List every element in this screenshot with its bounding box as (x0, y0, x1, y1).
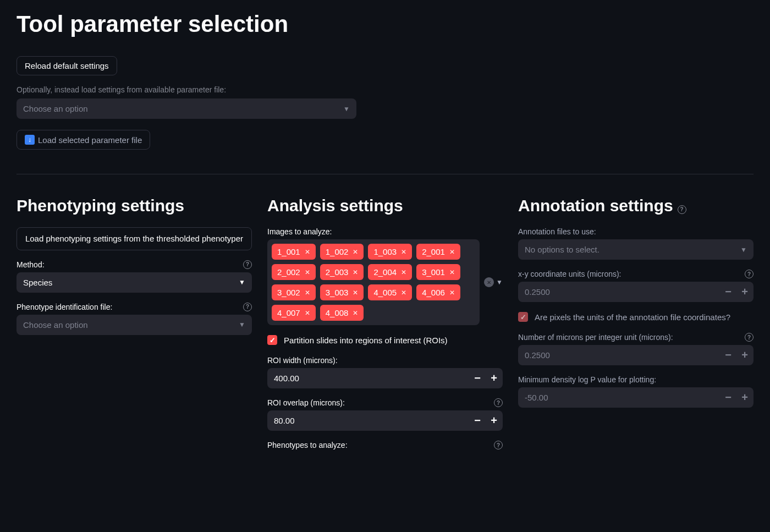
decrement-button[interactable]: − (723, 392, 734, 403)
analysis-heading: Analysis settings (267, 196, 403, 215)
load-parameter-file-button[interactable]: ↓ Load selected parameter file (16, 130, 150, 150)
help-icon[interactable]: ? (678, 205, 686, 214)
remove-tag-icon[interactable]: ✕ (305, 248, 310, 256)
image-tag-label: 2_001 (422, 247, 445, 256)
help-icon[interactable]: ? (494, 441, 503, 449)
image-tag[interactable]: 4_007✕ (272, 305, 316, 321)
help-icon[interactable]: ? (243, 303, 252, 311)
image-tag-label: 2_003 (326, 267, 349, 277)
image-tag[interactable]: 4_008✕ (320, 305, 364, 321)
image-tag[interactable]: 1_002✕ (320, 244, 364, 260)
load-phenotyping-button[interactable]: Load phenotyping settings from the thres… (16, 227, 252, 250)
roi-overlap-input[interactable]: 80.00 (267, 410, 503, 431)
image-tag-label: 4_006 (422, 288, 445, 297)
chevron-down-icon: ▼ (239, 278, 245, 286)
remove-tag-icon[interactable]: ✕ (449, 289, 455, 297)
image-tag[interactable]: 1_001✕ (272, 244, 316, 260)
load-settings-helper: Optionally, instead load settings from a… (16, 85, 754, 94)
decrement-button[interactable]: − (723, 287, 734, 298)
clear-all-icon[interactable]: ✕ (484, 277, 494, 287)
remove-tag-icon[interactable]: ✕ (401, 268, 406, 276)
decrement-button[interactable]: − (472, 373, 483, 384)
remove-tag-icon[interactable]: ✕ (353, 289, 358, 297)
annotation-files-label: Annotation files to use: (518, 227, 596, 236)
reload-default-label: Reload default settings (25, 61, 109, 70)
partition-label: Partition slides into regions of interes… (284, 335, 448, 346)
remove-tag-icon[interactable]: ✕ (305, 289, 310, 297)
remove-tag-icon[interactable]: ✕ (305, 268, 310, 276)
image-tag[interactable]: 4_006✕ (416, 284, 460, 300)
partition-checkbox[interactable]: ✓ (267, 335, 277, 345)
remove-tag-icon[interactable]: ✕ (353, 309, 358, 317)
image-tag-label: 3_002 (277, 288, 300, 297)
image-tag-label: 4_007 (277, 308, 300, 317)
image-tag[interactable]: 4_005✕ (368, 284, 412, 300)
chevron-down-icon: ▼ (740, 246, 747, 254)
image-tag[interactable]: 2_002✕ (272, 264, 316, 280)
min-density-label: Minimum density log P value for plotting… (518, 375, 656, 384)
page-title: Tool parameter selection (16, 11, 754, 37)
parameter-file-select[interactable]: Choose an option ▼ (16, 98, 356, 119)
image-tag[interactable]: 3_002✕ (272, 284, 316, 300)
load-phenotyping-label: Load phenotyping settings from the thres… (25, 233, 243, 244)
section-divider (16, 174, 754, 174)
load-parameter-file-label: Load selected parameter file (38, 135, 142, 145)
remove-tag-icon[interactable]: ✕ (449, 248, 455, 256)
increment-button[interactable]: + (739, 350, 750, 361)
remove-tag-icon[interactable]: ✕ (353, 268, 358, 276)
increment-button[interactable]: + (739, 392, 750, 403)
remove-tag-icon[interactable]: ✕ (401, 248, 406, 256)
roi-overlap-label: ROI overlap (microns): (267, 398, 345, 407)
xy-units-input[interactable]: 0.2500 (518, 282, 754, 302)
annotation-column: Annotation settings ? Annotation files t… (518, 196, 754, 459)
chevron-down-icon: ▼ (239, 321, 245, 328)
remove-tag-icon[interactable]: ✕ (305, 309, 310, 317)
image-tag[interactable]: 2_003✕ (320, 264, 364, 280)
roi-width-input[interactable]: 400.00 (267, 368, 503, 388)
annotation-heading: Annotation settings (518, 196, 673, 215)
image-tag-label: 3_001 (422, 267, 445, 277)
roi-overlap-value: 80.00 (274, 416, 295, 425)
decrement-button[interactable]: − (472, 415, 483, 426)
pixel-units-checkbox-row[interactable]: ✓ Are pixels the units of the annotation… (518, 312, 754, 323)
help-icon[interactable]: ? (494, 398, 503, 407)
phenotyping-heading: Phenotyping settings (16, 196, 184, 215)
image-tag[interactable]: 1_003✕ (368, 244, 412, 260)
image-tag-label: 3_003 (326, 288, 349, 297)
microns-per-unit-input[interactable]: 0.2500 (518, 345, 754, 365)
annotation-files-select[interactable]: No options to select. ▼ (518, 239, 754, 260)
pixel-units-checkbox[interactable]: ✓ (518, 312, 528, 322)
ident-file-select[interactable]: Choose an option ▼ (16, 315, 252, 335)
analysis-column: Analysis settings Images to analyze: 1_0… (267, 196, 503, 459)
images-multiselect[interactable]: 1_001✕1_002✕1_003✕2_001✕2_002✕2_003✕2_00… (267, 239, 480, 325)
image-tag-label: 1_001 (277, 247, 300, 256)
download-icon: ↓ (25, 135, 35, 145)
annotation-files-placeholder: No options to select. (525, 245, 600, 254)
pixel-units-label: Are pixels the units of the annotation f… (535, 312, 730, 323)
partition-checkbox-row[interactable]: ✓ Partition slides into regions of inter… (267, 335, 503, 346)
chevron-down-icon[interactable]: ▼ (496, 278, 503, 286)
increment-button[interactable]: + (488, 373, 499, 384)
image-tag[interactable]: 3_003✕ (320, 284, 364, 300)
xy-units-value: 0.2500 (525, 287, 550, 297)
remove-tag-icon[interactable]: ✕ (449, 268, 455, 276)
remove-tag-icon[interactable]: ✕ (401, 289, 406, 297)
reload-default-button[interactable]: Reload default settings (16, 56, 117, 75)
image-tag[interactable]: 2_004✕ (368, 264, 412, 280)
decrement-button[interactable]: − (723, 350, 734, 361)
roi-width-label: ROI width (microns): (267, 356, 338, 365)
help-icon[interactable]: ? (745, 270, 754, 278)
min-density-input[interactable]: -50.00 (518, 387, 754, 408)
chevron-down-icon: ▼ (343, 105, 350, 113)
help-icon[interactable]: ? (243, 260, 252, 269)
phenotypes-label: Phenotypes to analyze: (267, 441, 348, 449)
increment-button[interactable]: + (488, 415, 499, 426)
method-select[interactable]: Species ▼ (16, 272, 252, 293)
image-tag-label: 2_002 (277, 267, 300, 277)
phenotyping-column: Phenotyping settings Load phenotyping se… (16, 196, 252, 459)
help-icon[interactable]: ? (745, 333, 754, 342)
image-tag[interactable]: 3_001✕ (416, 264, 460, 280)
increment-button[interactable]: + (739, 287, 750, 298)
remove-tag-icon[interactable]: ✕ (353, 248, 358, 256)
image-tag[interactable]: 2_001✕ (416, 244, 460, 260)
